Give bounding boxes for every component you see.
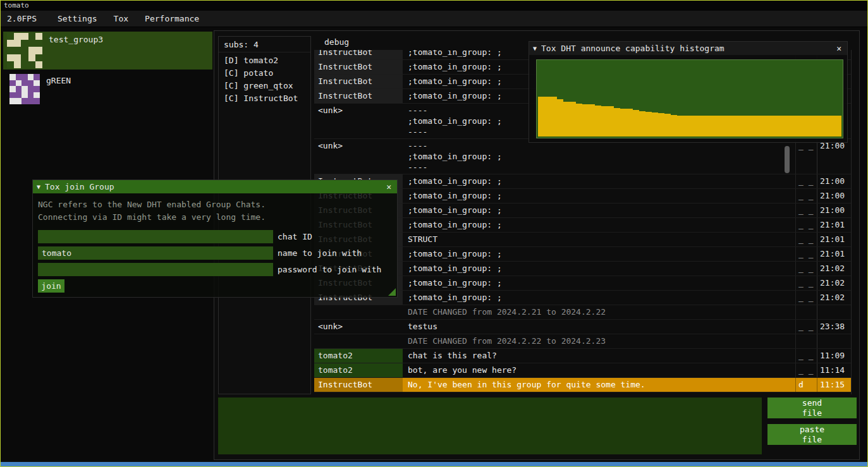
avatar-pixel [9,80,16,87]
join-button[interactable]: join [38,279,64,293]
join-fields: chat IDname to join withpassword to join… [33,226,397,276]
menu-settings[interactable]: Settings [49,14,106,23]
close-icon[interactable]: ✕ [834,44,843,53]
dht-histogram-title: Tox DHT announce capability histogram [541,44,830,53]
chat-row-message: ;tomato_in_group: ; [403,247,795,261]
chat-row-time: 21:00 [817,203,852,217]
fps-counter: 2.0FPS [1,14,43,23]
chat-row[interactable]: DATE CHANGED from 2024.2.21 to 2024.2.22 [314,305,851,320]
avatar-pixel [16,98,22,104]
histogram-bar [702,116,709,136]
chat-row-message: No, I've been in this group for quite so… [403,378,795,392]
chat-row-author: tomato2 [314,349,403,363]
resize-grip[interactable] [388,288,396,296]
chat-row-flags: _ _ [795,203,817,217]
join-info-line: NGC refers to the New DHT enabled Group … [38,198,392,211]
chat-row-author: <unk> [314,104,403,138]
chat-row-flags: _ _ [795,262,817,276]
dht-histogram-titlebar[interactable]: ▼ Tox DHT announce capability histogram … [529,42,847,55]
histogram-bar [614,108,620,136]
avatar-pixel [34,74,40,80]
chat-row-flags: _ _ [795,349,817,363]
avatar-pixel [7,54,14,61]
avatar-pixel [28,74,34,80]
avatar-pixel [28,80,34,87]
chat-row-author: InstructBot [314,50,403,59]
avatar-pixel [14,40,21,47]
chat-row[interactable]: tomato2bot, are you new here?_ _11:14 [314,363,851,378]
chat-row[interactable]: tomato2chat is this real?_ _11:09 [314,349,851,363]
bottom-accent-bar [1,462,867,466]
chat-scrollbar-thumb[interactable] [785,146,790,173]
send-file-button[interactable]: send file [767,397,857,418]
join-field-row: chat ID [38,230,392,243]
histogram-bar [589,104,595,136]
histogram-bar [639,111,645,136]
menu-performance[interactable]: Performance [137,14,207,23]
group-item-test_group3[interactable]: test_group3 [3,32,212,70]
paste-file-button[interactable]: paste file [767,424,857,445]
chat-row-time [817,334,852,348]
histogram-bar [595,106,601,136]
join-input-chat-ID[interactable] [38,230,273,243]
histogram-bar [652,112,658,136]
join-group-title: Tox join Group [45,182,380,191]
subs-item[interactable]: [C] green_qtox [219,80,310,92]
avatar-pixel [16,86,22,92]
chat-row-flags: _ _ [795,276,817,290]
avatar-pixel [14,47,21,54]
chat-row-flags [795,334,817,348]
group-item-green[interactable]: gREEN [3,73,212,111]
avatar-pixel [14,61,21,68]
avatar-pixel [21,54,28,61]
chat-row-author: InstructBot [314,75,403,88]
subs-item[interactable]: [C] InstructBot [219,92,310,105]
chat-row-author: tomato2 [314,363,403,377]
avatar-pixel [21,92,28,99]
join-field-label: password to join with [278,265,381,274]
menubar: 2.0FPS Settings Tox Performance [1,11,867,27]
join-input-name-to-join-with[interactable] [38,246,273,260]
avatar-pixel [14,33,21,40]
chat-row[interactable]: InstructBotNo, I've been in this group f… [314,378,851,392]
chat-row-time: 21:01 [817,247,852,261]
avatar-pixel [21,47,28,54]
histogram-bar [804,116,810,136]
chat-row-author: InstructBot [314,89,403,103]
avatar-pixel [7,40,14,47]
avatar-pixel [14,54,21,61]
chat-row-flags: _ _ [795,320,817,334]
subs-list: [D] tomato2[C] potato[C] green_qtox[C] I… [219,52,310,105]
menu-tox[interactable]: Tox [106,14,137,23]
avatar-pixel [21,74,28,80]
avatar-pixel [21,40,28,47]
message-input[interactable] [218,397,762,454]
subs-item[interactable]: [D] tomato2 [219,54,310,67]
histogram-bar [576,104,582,136]
avatar-pixel [28,92,34,99]
chat-row-time: 11:15 [817,378,852,392]
avatar-pixel [35,33,42,40]
histogram-bar [785,116,791,136]
chat-row-time: 11:09 [817,349,852,363]
chat-row[interactable]: <unk>testus_ _23:38 [314,320,851,334]
chat-row[interactable]: DATE CHANGED from 2024.2.22 to 2024.2.23 [314,334,851,349]
chat-row-flags [795,305,817,319]
histogram-bar [683,116,690,136]
chat-row[interactable]: <unk>---- ;tomato_in_group: ; ----_ _21:… [314,139,851,174]
join-group-titlebar[interactable]: ▼ Tox join Group ✕ [33,180,397,193]
histogram-bar [728,116,734,136]
chat-row-message: STRUCT [403,233,795,246]
chat-row-time: 21:00 [817,189,852,203]
subs-item[interactable]: [C] potato [219,67,310,80]
histogram-bar [772,116,778,136]
join-input-password-to-join-with[interactable] [38,263,273,276]
chat-row-time: 23:38 [817,320,852,334]
collapse-arrow-icon[interactable]: ▼ [533,45,537,52]
histogram-bar [544,97,551,136]
histogram-bar [690,116,696,136]
collapse-arrow-icon[interactable]: ▼ [37,183,40,190]
avatar-pixel [9,92,16,99]
close-icon[interactable]: ✕ [384,182,393,191]
avatar-pixel [16,74,22,80]
